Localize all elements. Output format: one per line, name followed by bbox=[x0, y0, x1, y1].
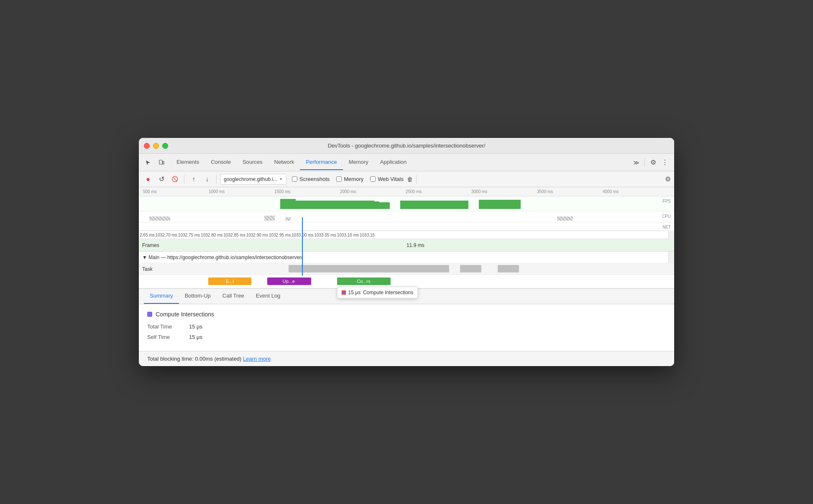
fps-bar-2 bbox=[332, 201, 380, 209]
timeline-ruler: 500 ms 1000 ms 1500 ms 2000 ms 2500 ms 3… bbox=[139, 187, 674, 196]
net-label: NET bbox=[662, 225, 671, 229]
event-bar-up[interactable]: Up...e bbox=[267, 277, 310, 285]
tab-performance[interactable]: Performance bbox=[300, 155, 343, 170]
fps-bar-3 bbox=[379, 202, 390, 209]
event-bars: E...l Up...e Co...rs 15 μs Compute Inter… bbox=[139, 277, 674, 286]
ruler-label-1: 1000 ms bbox=[209, 189, 274, 194]
screenshots-label: Screenshots bbox=[299, 176, 330, 182]
cursor-icon[interactable] bbox=[142, 157, 154, 168]
fps-bar-4 bbox=[400, 201, 468, 209]
ruler-label-0: 500 ms bbox=[143, 189, 209, 194]
ruler-label-3: 2000 ms bbox=[340, 189, 406, 194]
self-time-key: Self Time bbox=[147, 334, 189, 340]
more-tabs-icon[interactable]: ≫ bbox=[631, 156, 642, 169]
ms-label-7: 1033.00 ms bbox=[291, 233, 313, 237]
record-button[interactable]: ● bbox=[142, 173, 154, 185]
performance-toolbar: ● ↺ 🚫 ↑ ↓ googlechrome.github.i... ▾ Scr… bbox=[139, 171, 674, 187]
web-vitals-input[interactable] bbox=[370, 176, 376, 182]
task-bar-3[interactable] bbox=[498, 265, 519, 272]
tab-memory[interactable]: Memory bbox=[343, 155, 374, 170]
stop-button[interactable]: 🚫 bbox=[169, 173, 181, 185]
ruler-label-5: 3000 ms bbox=[471, 189, 537, 194]
ms-label-6: 1032.95 ms bbox=[269, 233, 291, 237]
event-bar-co[interactable]: Co...rs bbox=[337, 277, 391, 285]
ruler-label-4: 2500 ms bbox=[406, 189, 471, 194]
url-filter-text: googlechrome.github.i... bbox=[224, 176, 277, 182]
close-button[interactable] bbox=[144, 143, 150, 149]
event-tooltip: 15 μs Compute Intersections bbox=[337, 287, 418, 298]
self-time-val: 15 μs bbox=[189, 334, 202, 340]
web-vitals-checkbox[interactable]: Web Vitals bbox=[370, 176, 404, 182]
fps-bars bbox=[139, 198, 662, 209]
ms-label-0: 2.65 ms bbox=[140, 233, 155, 237]
nav-icons bbox=[142, 157, 167, 168]
task-row[interactable]: Task bbox=[139, 263, 674, 275]
ms-label-1: 1032.70 ms bbox=[156, 233, 177, 237]
tab-application[interactable]: Application bbox=[374, 155, 413, 170]
summary-title: Compute Intersections bbox=[147, 311, 666, 318]
frames-label: Frames bbox=[139, 242, 168, 248]
clear-button[interactable]: 🗑 bbox=[407, 176, 413, 183]
status-bar: Total blocking time: 0.00ms (estimated) … bbox=[139, 351, 674, 366]
url-dropdown-icon: ▾ bbox=[280, 176, 282, 182]
memory-input[interactable] bbox=[336, 176, 342, 182]
tooltip-swatch bbox=[342, 290, 346, 295]
ruler-label-7: 4000 ms bbox=[603, 189, 668, 194]
tooltip-text: Compute Intersections bbox=[363, 290, 413, 295]
performance-settings-icon[interactable]: ⚙ bbox=[665, 175, 671, 183]
ruler-label-2: 1500 ms bbox=[274, 189, 340, 194]
devtools-window: DevTools - googlechrome.github.io/sample… bbox=[139, 138, 674, 366]
memory-checkbox[interactable]: Memory bbox=[336, 176, 363, 182]
summary-pane: Compute Intersections Total Time 15 μs S… bbox=[139, 304, 674, 351]
tab-network[interactable]: Network bbox=[268, 155, 300, 170]
timeline-area: 500 ms 1000 ms 1500 ms 2000 ms 2500 ms 3… bbox=[139, 187, 674, 288]
toolbar-separator-1 bbox=[184, 175, 184, 183]
screenshots-input[interactable] bbox=[292, 176, 297, 182]
ms-label-4: 1032.85 ms bbox=[223, 233, 245, 237]
settings-icon[interactable]: ⚙ bbox=[647, 157, 659, 168]
tab-elements[interactable]: Elements bbox=[171, 155, 205, 170]
fps-row: FPS bbox=[139, 196, 674, 211]
download-button[interactable]: ↓ bbox=[201, 173, 213, 185]
memory-label: Memory bbox=[344, 176, 363, 182]
learn-more-link[interactable]: Learn more bbox=[243, 356, 271, 362]
reload-record-button[interactable]: ↺ bbox=[156, 173, 167, 185]
total-time-val: 15 μs bbox=[189, 323, 202, 330]
tab-call-tree[interactable]: Call Tree bbox=[217, 288, 250, 304]
tab-summary[interactable]: Summary bbox=[144, 288, 179, 304]
title-bar: DevTools - googlechrome.github.io/sample… bbox=[139, 138, 674, 154]
web-vitals-label: Web Vitals bbox=[378, 176, 404, 182]
main-thread-row: ▼ Main — https://googlechrome.github.io/… bbox=[139, 252, 674, 263]
upload-button[interactable]: ↑ bbox=[188, 173, 199, 185]
maximize-button[interactable] bbox=[162, 143, 168, 149]
toolbar-separator-2 bbox=[216, 175, 217, 183]
tooltip-time: 15 μs bbox=[348, 290, 361, 295]
task-bar-1[interactable] bbox=[289, 265, 449, 272]
event-bar-el[interactable]: E...l bbox=[208, 277, 251, 285]
cpu-row: CPU bbox=[139, 211, 674, 222]
more-options-icon[interactable]: ⋮ bbox=[659, 157, 671, 168]
screenshots-checkbox[interactable]: Screenshots bbox=[292, 176, 330, 182]
toolbar-checkboxes: Screenshots Memory Web Vitals bbox=[292, 176, 404, 182]
cpu-bars bbox=[139, 214, 662, 221]
svg-rect-1 bbox=[163, 161, 164, 164]
minimize-button[interactable] bbox=[153, 143, 159, 149]
summary-swatch bbox=[147, 312, 152, 317]
tab-event-log[interactable]: Event Log bbox=[250, 288, 286, 304]
device-icon[interactable] bbox=[156, 157, 167, 168]
tab-console[interactable]: Console bbox=[205, 155, 237, 170]
task-bar-2[interactable] bbox=[460, 265, 481, 272]
url-filter[interactable]: googlechrome.github.i... ▾ bbox=[220, 174, 287, 185]
devtools-nav: Elements Console Sources Network Perform… bbox=[139, 154, 674, 171]
tab-bottom-up[interactable]: Bottom-Up bbox=[179, 288, 217, 304]
cpu-bar-4 bbox=[557, 216, 573, 221]
fps-bar-5 bbox=[479, 200, 521, 209]
task-bars bbox=[139, 265, 674, 273]
status-text: Total blocking time: 0.00ms (estimated) bbox=[147, 356, 241, 362]
summary-row-total: Total Time 15 μs bbox=[147, 323, 666, 330]
tab-sources[interactable]: Sources bbox=[237, 155, 268, 170]
cpu-bar-1 bbox=[149, 216, 170, 221]
ms-label-9: 1033.10 ms bbox=[337, 233, 359, 237]
event-row[interactable]: E...l Up...e Co...rs 15 μs Compute Inter… bbox=[139, 275, 674, 288]
timeline-detail: 2.65 ms 1032.70 ms 1032.75 ms 1032.80 ms… bbox=[139, 231, 674, 239]
